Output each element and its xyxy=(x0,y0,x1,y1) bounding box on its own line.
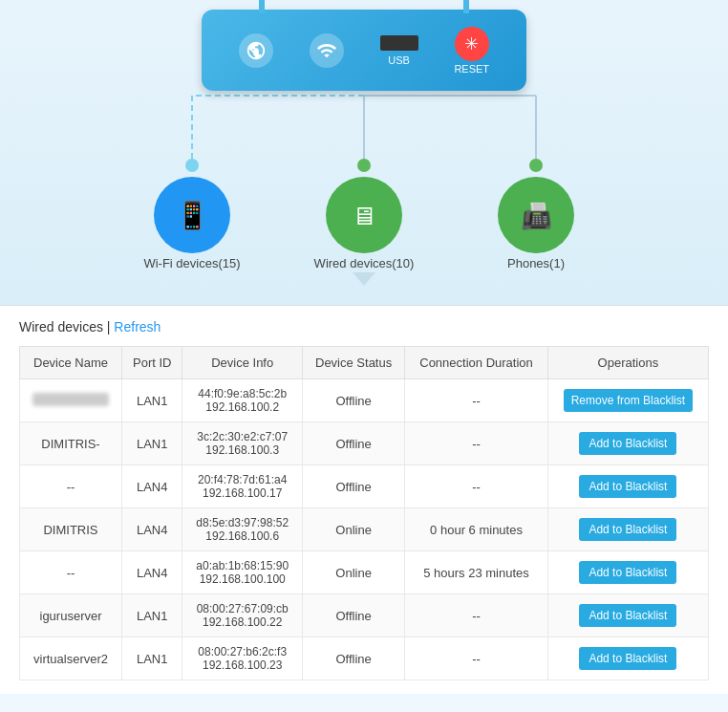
cell-device-status: Offline xyxy=(302,422,404,465)
remove-from-blacklist-button[interactable]: Remove from Blacklist xyxy=(564,389,693,412)
table-row: LAN144:f0:9e:a8:5c:2b192.168.100.2Offlin… xyxy=(20,379,709,422)
svg-text:🖥: 🖥 xyxy=(352,202,376,230)
cell-operations: Remove from Blacklist xyxy=(547,379,708,422)
col-header-connection-duration: Connection Duration xyxy=(405,347,548,379)
cell-operations: Add to Blacklist xyxy=(547,422,708,465)
cell-connection-duration: -- xyxy=(405,594,548,637)
cell-port-id: LAN4 xyxy=(122,508,182,551)
reset-label: RESET xyxy=(454,63,489,75)
blurred-name xyxy=(32,393,109,406)
usb-label: USB xyxy=(388,54,410,66)
col-header-device-status: Device Status xyxy=(302,347,404,379)
cell-device-info: 20:f4:78:7d:61:a4192.168.100.17 xyxy=(182,465,303,508)
col-header-operations: Operations xyxy=(547,347,708,379)
cell-operations: Add to Blacklist xyxy=(547,551,708,594)
table-row: --LAN420:f4:78:7d:61:a4192.168.100.17Off… xyxy=(20,465,709,508)
table-row: --LAN4a0:ab:1b:68:15:90192.168.100.100On… xyxy=(20,551,709,594)
diagram-area: USB ✳ RESET 📱 🖥 📠 xyxy=(0,0,728,305)
table-row: iguruserverLAN108:00:27:67:09:cb192.168.… xyxy=(20,594,709,637)
antenna-left xyxy=(259,0,265,13)
cell-device-name: -- xyxy=(20,465,122,508)
cell-device-name: iguruserver xyxy=(20,594,122,637)
cell-port-id: LAN1 xyxy=(122,594,182,637)
svg-text:Phones(1): Phones(1) xyxy=(507,256,565,270)
cell-port-id: LAN4 xyxy=(122,465,182,508)
svg-text:Wired devices(10): Wired devices(10) xyxy=(314,256,415,270)
cell-device-status: Offline xyxy=(302,379,404,422)
reset-section: ✳ RESET xyxy=(454,27,489,75)
col-header-device-name: Device Name xyxy=(20,347,122,379)
add-to-blacklist-button[interactable]: Add to Blacklist xyxy=(579,475,676,498)
svg-point-6 xyxy=(185,159,199,172)
cell-connection-duration: -- xyxy=(405,637,548,680)
panel-title-text: Wired devices xyxy=(19,319,103,334)
cell-port-id: LAN4 xyxy=(122,551,182,594)
cell-connection-duration: -- xyxy=(405,465,548,508)
table-header-row: Device Name Port ID Device Info Device S… xyxy=(20,347,709,379)
cell-connection-duration: -- xyxy=(405,379,548,422)
add-to-blacklist-button[interactable]: Add to Blacklist xyxy=(579,604,676,627)
cell-device-name: -- xyxy=(20,551,122,594)
col-header-device-info: Device Info xyxy=(182,347,303,379)
cell-connection-duration: -- xyxy=(405,422,548,465)
svg-text:📱: 📱 xyxy=(176,200,209,231)
cell-device-info: d8:5e:d3:97:98:52192.168.100.6 xyxy=(182,508,303,551)
svg-point-7 xyxy=(357,159,371,172)
cell-device-info: 3c:2c:30:e2:c7:07192.168.100.3 xyxy=(182,422,303,465)
svg-text:📠: 📠 xyxy=(521,201,552,231)
cell-device-name: DIMITRIS- xyxy=(20,422,122,465)
cell-device-name xyxy=(20,379,122,422)
router-container: USB ✳ RESET xyxy=(202,10,526,91)
refresh-link[interactable]: Refresh xyxy=(114,319,161,334)
table-row: DIMITRISLAN4d8:5e:d3:97:98:52192.168.100… xyxy=(20,508,709,551)
cell-connection-duration: 0 hour 6 minutes xyxy=(405,508,548,551)
usb-port xyxy=(380,35,418,51)
cell-operations: Add to Blacklist xyxy=(547,594,708,637)
router-box: USB ✳ RESET xyxy=(202,10,526,91)
devices-table: Device Name Port ID Device Info Device S… xyxy=(19,346,709,680)
network-diagram-svg: 📱 🖥 📠 Wi-Fi devices(15) Wired devices(10… xyxy=(77,91,651,282)
cell-device-status: Online xyxy=(302,508,404,551)
router-network-icon xyxy=(310,33,344,68)
antenna-right xyxy=(463,0,469,13)
add-to-blacklist-button[interactable]: Add to Blacklist xyxy=(579,561,676,584)
panel-title: Wired devices | Refresh xyxy=(19,319,709,334)
svg-point-8 xyxy=(529,159,543,172)
add-to-blacklist-button[interactable]: Add to Blacklist xyxy=(579,647,676,670)
usb-section: USB xyxy=(380,35,418,66)
cell-operations: Add to Blacklist xyxy=(547,508,708,551)
cell-device-name: DIMITRIS xyxy=(20,508,122,551)
cell-device-status: Online xyxy=(302,551,404,594)
down-arrow-indicator xyxy=(353,272,375,286)
cell-device-info: a0:ab:1b:68:15:90192.168.100.100 xyxy=(182,551,303,594)
table-row: virtualserver2LAN108:00:27:b6:2c:f3192.1… xyxy=(20,637,709,680)
cell-device-status: Offline xyxy=(302,465,404,508)
cell-port-id: LAN1 xyxy=(122,422,182,465)
add-to-blacklist-button[interactable]: Add to Blacklist xyxy=(579,518,676,541)
cell-connection-duration: 5 hours 23 minutes xyxy=(405,551,548,594)
col-header-port-id: Port ID xyxy=(122,347,182,379)
cell-device-info: 08:00:27:b6:2c:f3192.168.100.23 xyxy=(182,637,303,680)
cell-device-info: 08:00:27:67:09:cb192.168.100.22 xyxy=(182,594,303,637)
table-row: DIMITRIS-LAN13c:2c:30:e2:c7:07192.168.10… xyxy=(20,422,709,465)
cell-operations: Add to Blacklist xyxy=(547,465,708,508)
cell-device-status: Offline xyxy=(302,594,404,637)
router-wifi-icon xyxy=(239,33,273,68)
add-to-blacklist-button[interactable]: Add to Blacklist xyxy=(579,432,676,455)
svg-text:Wi-Fi devices(15): Wi-Fi devices(15) xyxy=(143,256,240,270)
reset-button-icon[interactable]: ✳ xyxy=(455,27,489,61)
cell-device-status: Offline xyxy=(302,637,404,680)
cell-device-info: 44:f0:9e:a8:5c:2b192.168.100.2 xyxy=(182,379,303,422)
cell-device-name: virtualserver2 xyxy=(20,637,122,680)
cell-port-id: LAN1 xyxy=(122,379,182,422)
bottom-panel: Wired devices | Refresh Device Name Port… xyxy=(0,305,728,694)
cell-port-id: LAN1 xyxy=(122,637,182,680)
cell-operations: Add to Blacklist xyxy=(547,637,708,680)
